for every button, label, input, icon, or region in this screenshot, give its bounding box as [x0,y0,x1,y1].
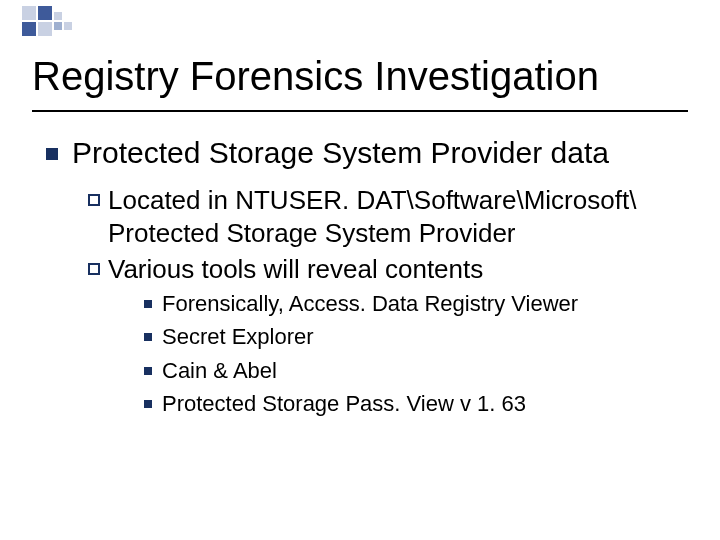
list-item-text: Secret Explorer [162,323,680,352]
slide: Registry Forensics Investigation Protect… [0,0,720,540]
title-underline [32,110,688,112]
list-item-text: Located in NTUSER. DAT\Software\Microsof… [108,184,680,249]
square-bullet-icon [46,148,58,160]
list-item: Located in NTUSER. DAT\Software\Microsof… [88,184,680,249]
hollow-square-bullet-icon [88,194,100,206]
small-square-bullet-icon [144,367,152,375]
list-item: Cain & Abel [144,357,680,386]
list-item-text: Cain & Abel [162,357,680,386]
slide-title: Registry Forensics Investigation [32,54,599,99]
list-item-text: Various tools will reveal contents [108,253,680,286]
slide-body: Protected Storage System Provider data L… [46,136,680,424]
small-square-bullet-icon [144,333,152,341]
list-item-text: Protected Storage Pass. View v 1. 63 [162,390,680,419]
list-item: Various tools will reveal contents [88,253,680,286]
list-item: Protected Storage Pass. View v 1. 63 [144,390,680,419]
list-item-text: Forensically, Access. Data Registry View… [162,290,680,319]
list-item: Forensically, Access. Data Registry View… [144,290,680,319]
hollow-square-bullet-icon [88,263,100,275]
small-square-bullet-icon [144,300,152,308]
list-item: Protected Storage System Provider data [46,136,680,170]
list-item-text: Protected Storage System Provider data [72,136,680,170]
small-square-bullet-icon [144,400,152,408]
list-item: Secret Explorer [144,323,680,352]
